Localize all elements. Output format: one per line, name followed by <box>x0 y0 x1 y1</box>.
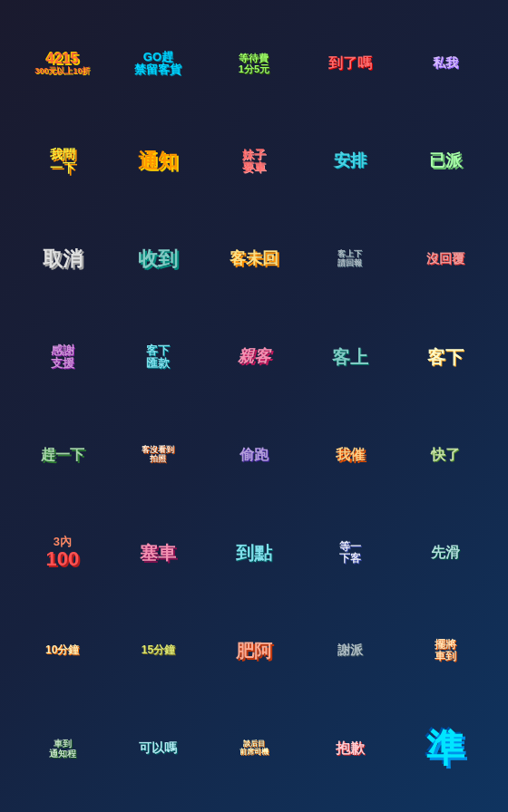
sticker-no-photo[interactable]: 客沒看到 拍照 <box>112 408 205 502</box>
sticker-thanks-dispatch[interactable]: 謝派 <box>304 604 396 698</box>
sticker-arrange[interactable]: 安排 <box>304 114 396 208</box>
sticker-first-slide[interactable]: 先滑 <box>399 506 492 600</box>
sticker-ready[interactable]: 準 <box>399 701 492 796</box>
sticker-customer-updown[interactable]: 客上下 請回報 <box>304 212 396 306</box>
sticker-private-me[interactable]: 私我 <box>399 16 492 111</box>
sticker-driver-note[interactable]: 談后目 前席司機 <box>208 701 300 796</box>
sticker-ok-q[interactable]: 可以嗎 <box>112 701 205 796</box>
sticker-4215[interactable]: 4215300元以上10折 <box>16 16 109 111</box>
sticker-customer-not-back[interactable]: 客未回 <box>208 212 300 306</box>
sticker-customer-up[interactable]: 客上 <box>304 310 396 404</box>
sticker-dear-customer[interactable]: 親客 <box>208 310 300 404</box>
sticker-girl-car[interactable]: 妹子 要車 <box>208 114 300 208</box>
sticker-on-point[interactable]: 到點 <box>208 506 300 600</box>
sticker-notice[interactable]: 通知 <box>112 114 205 208</box>
sticker-thanks-support[interactable]: 感謝 支援 <box>16 310 109 404</box>
sticker-received[interactable]: 收到 <box>112 212 205 306</box>
sticker-go[interactable]: GO趕 禁留客貨 <box>112 16 205 111</box>
sticker-fat[interactable]: 肥阿 <box>208 604 300 698</box>
sticker-grid: 4215300元以上10折 GO趕 禁留客貨 等待費 1分5元 到了嗎 私我 我… <box>9 9 499 803</box>
sticker-customer-down[interactable]: 客下 <box>399 310 492 404</box>
sticker-3in-label: 3內 <box>54 536 72 548</box>
sticker-customer-transfer[interactable]: 客下 匯款 <box>112 310 205 404</box>
sticker-ask[interactable]: 我問 一下 <box>16 114 109 208</box>
sticker-traffic[interactable]: 塞車 <box>112 506 205 600</box>
sticker-i-urge[interactable]: 我催 <box>304 408 396 502</box>
sticker-arrived[interactable]: 到了嗎 <box>304 16 396 111</box>
sticker-no-reply[interactable]: 沒回覆 <box>399 212 492 306</box>
sticker-cancel[interactable]: 取消 <box>16 212 109 306</box>
sticker-almost[interactable]: 快了 <box>399 408 492 502</box>
sticker-10min[interactable]: 10分鐘 <box>16 604 109 698</box>
sticker-sneak[interactable]: 偷跑 <box>208 408 300 502</box>
sticker-arrange-car[interactable]: 擺將 車到 <box>399 604 492 698</box>
sticker-car-arrived-notify[interactable]: 車到 通知程 <box>16 701 109 796</box>
sticker-waiting-fee[interactable]: 等待費 1分5元 <box>208 16 300 111</box>
sticker-sorry[interactable]: 抱歉 <box>304 701 396 796</box>
sticker-15min[interactable]: 15分鐘 <box>112 604 205 698</box>
sticker-3in100[interactable]: 3內 100 <box>16 506 109 600</box>
sticker-dispatched[interactable]: 已派 <box>399 114 492 208</box>
sticker-hurry[interactable]: 趕一下 <box>16 408 109 502</box>
sticker-sub: 300元以上10折 <box>34 67 90 76</box>
sticker-100-label: 100 <box>45 548 79 570</box>
sticker-wait-next[interactable]: 等一 下客 <box>304 506 396 600</box>
